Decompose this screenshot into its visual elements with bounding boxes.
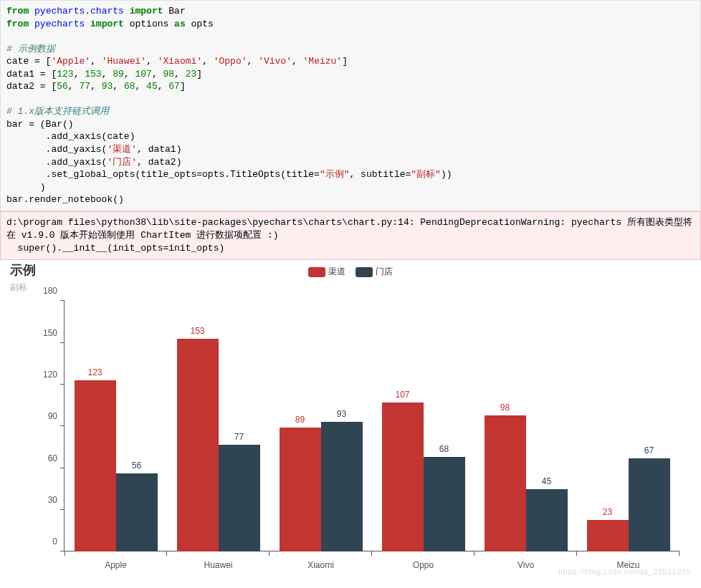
bar-series2[interactable]: 45 xyxy=(526,489,568,552)
num: 23 xyxy=(186,69,197,79)
num: 153 xyxy=(85,69,101,79)
legend-swatch-icon xyxy=(356,267,373,277)
comment: # 示例数据 xyxy=(6,44,55,54)
legend-item-series2[interactable]: 门店 xyxy=(356,266,393,278)
bar-series2[interactable]: 56 xyxy=(116,473,158,551)
watermark: https://blog.csdn.net/qq_33511315 xyxy=(558,567,691,576)
code-line: bar = (Bar() xyxy=(6,119,74,130)
legend: 渠道 门店 xyxy=(7,263,694,279)
str: 'Apple' xyxy=(51,56,90,67)
num: 77 xyxy=(79,81,90,92)
x-axis-label: Apple xyxy=(65,554,167,573)
bar-series1[interactable]: 107 xyxy=(382,403,424,551)
bar-series2[interactable]: 68 xyxy=(424,457,465,551)
bar-series1[interactable]: 89 xyxy=(280,428,321,551)
category-group: 9845 xyxy=(475,301,577,551)
str: 'Vivo' xyxy=(258,56,292,67)
code-line: , subtitle= xyxy=(349,169,411,180)
code-line: , data2) xyxy=(137,157,181,168)
legend-item-series1[interactable]: 渠道 xyxy=(308,266,345,278)
num: 107 xyxy=(135,69,151,79)
str: "副标" xyxy=(411,169,441,180)
bar-series1[interactable]: 23 xyxy=(587,520,629,552)
bar-series2[interactable]: 77 xyxy=(219,445,260,552)
bar-series1[interactable]: 123 xyxy=(75,380,116,551)
bar-series2[interactable]: 93 xyxy=(321,422,363,551)
y-tick-label: 0 xyxy=(29,536,57,546)
warning-output: d:\program files\python38\lib\site-packa… xyxy=(0,211,701,261)
bracket: ] xyxy=(196,69,202,79)
bar-series1[interactable]: 153 xyxy=(177,339,219,552)
bar-value-label: 23 xyxy=(603,507,612,517)
chart-title: 示例 xyxy=(10,261,36,279)
kw-from: from xyxy=(6,6,29,16)
kw-import: import xyxy=(90,19,124,29)
num: 56 xyxy=(57,81,68,92)
bar-series1[interactable]: 98 xyxy=(485,415,526,552)
x-axis-label: Xiaomi xyxy=(270,554,372,573)
ident: cate = [ xyxy=(6,56,51,67)
bracket: ] xyxy=(342,56,348,67)
mod: pyecharts.charts xyxy=(34,6,124,16)
y-tick-label: 180 xyxy=(29,286,57,296)
bar-value-label: 153 xyxy=(190,326,204,336)
code-line: .add_yaxis( xyxy=(6,144,107,155)
code-line: bar.render_notebook() xyxy=(6,194,124,205)
str: 'Huawei' xyxy=(102,56,146,67)
str: 'Oppo' xyxy=(214,56,247,67)
code-line: .set_global_opts(title_opts=opts.TitleOp… xyxy=(6,169,320,180)
mod: pyecharts xyxy=(34,19,85,29)
category-group: 2367 xyxy=(577,301,679,551)
category-group: 12356 xyxy=(65,301,167,551)
bar-series2[interactable]: 67 xyxy=(629,458,670,551)
x-axis-label: Oppo xyxy=(372,554,475,573)
code-line: , data1) xyxy=(137,144,181,155)
plot-area[interactable]: 0306090120150180 12356153778993107689845… xyxy=(65,301,679,573)
num: 89 xyxy=(113,69,124,79)
code-line: .add_xaxis(cate) xyxy=(6,131,135,142)
y-tick-label: 30 xyxy=(29,495,57,505)
bar-value-label: 107 xyxy=(395,390,409,400)
num: 93 xyxy=(102,81,113,92)
ident: Bar xyxy=(168,6,185,16)
num: 123 xyxy=(57,69,73,79)
kw-from: from xyxy=(6,19,29,29)
chart-output: 示例 副标 渠道 门店 0306090120150180 12356153778… xyxy=(0,260,701,580)
str: 'Xiaomi' xyxy=(158,56,202,67)
x-axis-label: Huawei xyxy=(167,554,270,573)
y-tick-label: 60 xyxy=(29,453,57,463)
code-cell: from pyecharts.charts import Bar from py… xyxy=(0,0,701,211)
str: '门店' xyxy=(107,157,137,168)
y-tick-label: 120 xyxy=(29,370,57,380)
kw-as: as xyxy=(174,19,186,29)
comment: # 1.x版本支持链式调用 xyxy=(6,106,109,117)
bar-value-label: 77 xyxy=(234,432,244,442)
bar-value-label: 98 xyxy=(500,403,510,413)
ident: data2 = [ xyxy=(6,81,57,92)
legend-label: 门店 xyxy=(376,266,393,278)
str: '渠道' xyxy=(107,144,137,155)
bar-value-label: 123 xyxy=(87,367,102,377)
legend-swatch-icon xyxy=(308,267,325,277)
y-tick-label: 150 xyxy=(29,328,57,338)
num: 68 xyxy=(124,81,135,92)
str: 'Meizu' xyxy=(303,56,343,67)
bars-area: 123561537789931076898452367 xyxy=(65,301,679,551)
category-group: 8993 xyxy=(270,301,372,551)
category-group: 10768 xyxy=(372,301,475,551)
code-line: ) xyxy=(6,182,46,193)
num: 98 xyxy=(163,69,174,79)
bar-value-label: 89 xyxy=(295,415,305,425)
num: 45 xyxy=(146,81,158,92)
category-group: 15377 xyxy=(167,301,270,551)
bar-value-label: 93 xyxy=(337,409,346,419)
bracket: ] xyxy=(180,81,186,92)
num: 67 xyxy=(168,81,180,92)
str: "示例" xyxy=(320,169,350,180)
ident: data1 = [ xyxy=(6,69,57,79)
legend-label: 渠道 xyxy=(328,266,345,278)
bar-value-label: 56 xyxy=(132,461,141,471)
code-line: .add_yaxis( xyxy=(6,157,107,168)
y-tick-label: 90 xyxy=(29,411,57,421)
bar-value-label: 45 xyxy=(542,476,551,486)
